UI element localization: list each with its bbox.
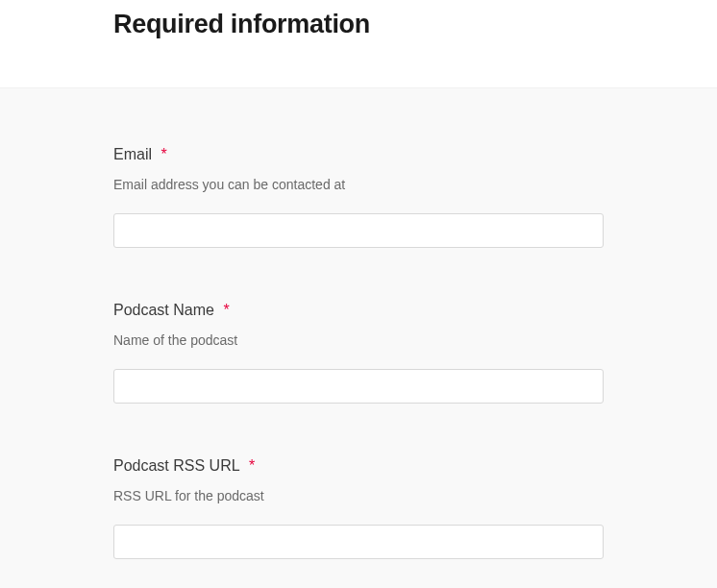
podcast-rss-label: Podcast RSS URL [113,457,240,474]
required-asterisk: * [223,302,229,318]
required-asterisk: * [249,457,255,474]
form-section: Email * Email address you can be contact… [0,87,717,588]
podcast-name-label: Podcast Name [113,302,214,318]
form-group-email: Email * Email address you can be contact… [113,146,604,248]
form-group-podcast-name: Podcast Name * Name of the podcast [113,302,604,404]
label-row: Podcast RSS URL * [113,457,604,475]
email-input[interactable] [113,213,604,248]
label-row: Podcast Name * [113,302,604,319]
email-description: Email address you can be contacted at [113,177,604,192]
podcast-rss-description: RSS URL for the podcast [113,488,604,503]
page-title: Required information [113,10,717,39]
form-group-podcast-rss: Podcast RSS URL * RSS URL for the podcas… [113,457,604,559]
required-asterisk: * [161,146,166,162]
podcast-name-description: Name of the podcast [113,332,604,348]
podcast-name-input[interactable] [113,369,604,404]
header-section: Required information [0,0,717,87]
podcast-rss-input[interactable] [113,525,604,559]
label-row: Email * [113,146,604,163]
email-label: Email [113,146,152,162]
